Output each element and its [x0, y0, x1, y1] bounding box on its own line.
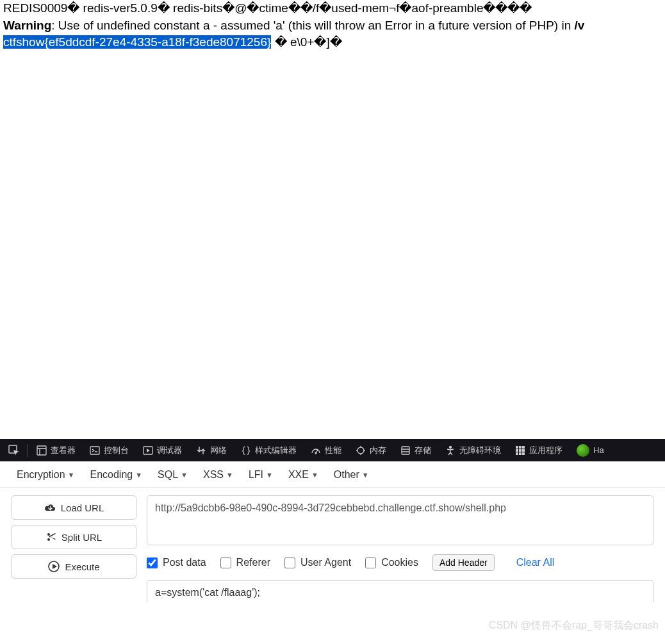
load-url-button[interactable]: Load URL — [12, 495, 136, 520]
split-url-button[interactable]: Split URL — [12, 525, 136, 549]
warning-label: Warning — [3, 19, 51, 32]
svg-rect-16 — [522, 452, 525, 455]
chevron-down-icon: ▼ — [226, 471, 233, 479]
menu-encryption[interactable]: Encryption▼ — [17, 469, 74, 481]
devtools-tab-bar: 查看器 控制台 调试器 网络 样式编辑器 性能 内存 存储 无障碍环境 应用程序… — [0, 439, 665, 461]
tab-console[interactable]: 控制台 — [85, 439, 134, 461]
post-data-input[interactable] — [147, 580, 653, 602]
menu-xss[interactable]: XSS▼ — [203, 469, 233, 481]
hackbar-menu: Encryption▼ Encoding▼ SQL▼ XSS▼ LFI▼ XXE… — [0, 461, 665, 488]
svg-rect-6 — [402, 447, 409, 454]
chevron-down-icon: ▼ — [68, 471, 75, 479]
warning-text: : Use of undefined constant a - assumed … — [51, 19, 574, 32]
tab-network[interactable]: 网络 — [191, 439, 232, 461]
svg-rect-12 — [519, 449, 521, 452]
useragent-checkbox[interactable]: User Agent — [284, 557, 351, 568]
tab-application[interactable]: 应用程序 — [510, 439, 568, 461]
inspector-toggle-icon[interactable] — [5, 439, 23, 461]
menu-xxe[interactable]: XXE▼ — [288, 469, 318, 481]
tab-memory[interactable]: 内存 — [350, 439, 391, 461]
tab-storage[interactable]: 存储 — [395, 439, 436, 461]
svg-rect-13 — [522, 449, 525, 452]
menu-lfi[interactable]: LFI▼ — [249, 469, 273, 481]
svg-rect-10 — [522, 446, 525, 449]
hackbar-sidebar: Load URL Split URL Execute — [12, 495, 136, 602]
hackbar-panel: Encryption▼ Encoding▼ SQL▼ XSS▼ LFI▼ XXE… — [0, 461, 665, 644]
post-data-checkbox[interactable]: Post data — [147, 557, 206, 568]
svg-rect-14 — [516, 452, 518, 455]
tab-hackbar[interactable]: Ha — [571, 439, 604, 461]
svg-rect-1 — [37, 446, 46, 455]
hackbar-icon — [577, 444, 589, 457]
tab-inspector[interactable]: 查看器 — [31, 439, 81, 461]
page-output: REDIS0009� redis-ver5.0.9� redis-bits�@�… — [0, 0, 665, 51]
flag-text: ctfshow{ef5ddcdf-27e4-4335-a18f-f3ede807… — [3, 35, 271, 49]
menu-other[interactable]: Other▼ — [334, 469, 369, 481]
trailing-text: � e\0+�]� — [271, 35, 341, 49]
svg-rect-15 — [519, 452, 521, 455]
tab-performance[interactable]: 性能 — [306, 439, 347, 461]
url-input[interactable] — [147, 495, 653, 545]
chevron-down-icon: ▼ — [181, 471, 188, 479]
cookies-checkbox[interactable]: Cookies — [365, 557, 418, 568]
tab-style-editor[interactable]: 样式编辑器 — [236, 439, 302, 461]
svg-rect-9 — [519, 446, 521, 449]
svg-point-5 — [357, 447, 364, 454]
divider — [27, 444, 28, 457]
menu-encoding[interactable]: Encoding▼ — [90, 469, 142, 481]
chevron-down-icon: ▼ — [362, 471, 369, 479]
tab-accessibility[interactable]: 无障碍环境 — [440, 439, 506, 461]
chevron-down-icon: ▼ — [311, 471, 318, 479]
svg-point-7 — [450, 446, 452, 448]
scissors-icon — [46, 532, 56, 542]
add-header-button[interactable]: Add Header — [432, 554, 495, 571]
warning-path: /v — [574, 19, 584, 32]
play-circle-icon — [48, 561, 60, 572]
referer-checkbox[interactable]: Referer — [220, 557, 270, 568]
tab-debugger[interactable]: 调试器 — [138, 439, 187, 461]
chevron-down-icon: ▼ — [135, 471, 142, 479]
chevron-down-icon: ▼ — [266, 471, 273, 479]
svg-rect-8 — [516, 446, 518, 449]
redis-line: REDIS0009� redis-ver5.0.9� redis-bits�@�… — [3, 1, 532, 15]
clear-all-link[interactable]: Clear All — [516, 557, 555, 568]
svg-point-4 — [315, 452, 316, 454]
svg-rect-11 — [516, 449, 518, 452]
menu-sql[interactable]: SQL▼ — [158, 469, 188, 481]
execute-button[interactable]: Execute — [12, 554, 136, 579]
cloud-download-icon — [44, 502, 56, 513]
